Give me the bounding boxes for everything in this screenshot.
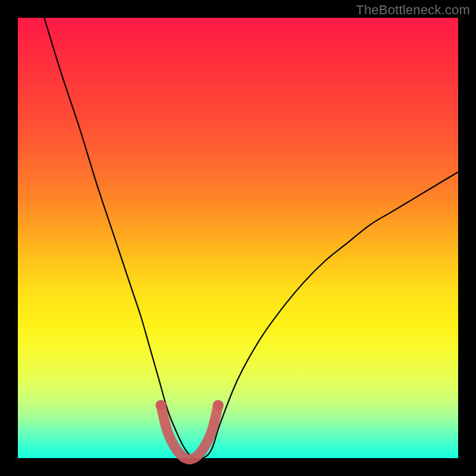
chart-svg (18, 18, 458, 458)
plot-area (18, 18, 458, 458)
marker-dot (156, 400, 167, 411)
marker-dot (213, 400, 224, 411)
main-curve (44, 18, 458, 459)
app-frame: TheBottleneck.com (0, 0, 476, 476)
watermark-text: TheBottleneck.com (356, 2, 470, 18)
marker-band (161, 405, 218, 459)
